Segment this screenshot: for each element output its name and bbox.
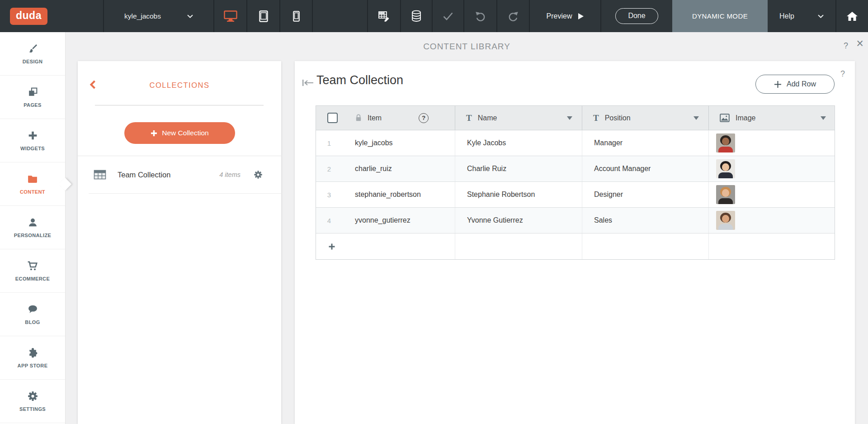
sidebar-label: CONTENT <box>20 189 45 195</box>
chat-bubble-icon <box>27 304 38 315</box>
plus-icon <box>27 130 38 141</box>
home-button[interactable] <box>835 0 868 32</box>
add-row-plus-cell[interactable] <box>316 233 455 259</box>
dynamic-mode-label: DYNAMIC MODE <box>692 12 748 20</box>
image-cell[interactable] <box>709 208 835 233</box>
table-collection-icon <box>94 169 106 180</box>
name-cell[interactable]: Stephanie Robertson <box>455 182 582 207</box>
image-cell[interactable] <box>709 130 835 156</box>
sidebar-item-ecommerce[interactable]: ECOMMERCE <box>0 249 65 293</box>
sidebar-item-app-store[interactable]: APP STORE <box>0 336 65 380</box>
library-help-icon[interactable]: ? <box>844 41 848 51</box>
column-menu-arrow-icon[interactable] <box>821 116 826 120</box>
sidebar-label: SETTINGS <box>19 406 46 412</box>
column-menu-arrow-icon[interactable] <box>693 116 699 120</box>
database-icon <box>411 10 422 22</box>
position-cell[interactable]: Sales <box>582 208 709 233</box>
data-sources-button[interactable] <box>400 0 432 32</box>
position-cell[interactable]: Designer <box>582 182 709 207</box>
sidebar-label: DESIGN <box>23 59 43 64</box>
redo-button[interactable] <box>496 0 529 32</box>
mobile-view-button[interactable] <box>279 0 312 32</box>
position-cell[interactable]: Account Manager <box>582 156 709 181</box>
sidebar-label: APP STORE <box>18 363 48 368</box>
image-cell[interactable] <box>709 182 835 207</box>
new-collection-button[interactable]: New Collection <box>124 122 235 144</box>
add-row-button[interactable]: Add Row <box>755 75 835 94</box>
done-button[interactable]: Done <box>615 8 658 24</box>
desktop-icon <box>223 10 238 22</box>
empty-cell[interactable] <box>455 233 582 259</box>
tablet-view-button[interactable] <box>246 0 279 32</box>
column-header-image[interactable]: Image <box>709 106 835 130</box>
column-header-position[interactable]: T Position <box>582 106 709 130</box>
item-cell[interactable]: 3 stephanie_robertson <box>316 182 455 207</box>
sidebar-item-design[interactable]: DESIGN <box>0 32 65 76</box>
content-library-button[interactable] <box>367 0 400 32</box>
site-name-label: kyle_jacobs <box>124 12 161 20</box>
image-cell[interactable] <box>709 156 835 181</box>
empty-cell[interactable] <box>709 233 835 259</box>
name-cell[interactable]: Kyle Jacobs <box>455 130 582 156</box>
collection-help-icon[interactable]: ? <box>840 69 845 79</box>
item-cell[interactable]: 1 kyle_jacobs <box>316 130 455 156</box>
item-value: yvonne_gutierrez <box>355 216 410 224</box>
column-header-item[interactable]: Item ? <box>316 106 455 130</box>
table-row: 1 kyle_jacobs Kyle Jacobs Manager <box>316 130 835 156</box>
play-icon <box>578 13 584 19</box>
collections-panel: COLLECTIONS New Collection Team Collecti… <box>78 61 281 424</box>
column-label: Name <box>478 114 497 122</box>
library-close-icon[interactable]: × <box>856 38 863 50</box>
sidebar-item-content[interactable]: CONTENT <box>0 162 65 206</box>
empty-cell[interactable] <box>582 233 709 259</box>
check-icon <box>443 12 453 21</box>
item-cell[interactable]: 4 yvonne_gutierrez <box>316 208 455 233</box>
desktop-view-button[interactable] <box>213 0 246 32</box>
chevron-down-icon <box>818 14 824 18</box>
row-number: 2 <box>316 165 342 173</box>
item-value: stephanie_robertson <box>355 191 421 199</box>
sidebar-item-blog[interactable]: BLOG <box>0 293 65 336</box>
undo-button[interactable] <box>463 0 496 32</box>
avatar-image <box>716 211 735 230</box>
sidebar-label: BLOG <box>25 319 40 325</box>
plus-icon <box>151 130 157 137</box>
item-cell[interactable]: 2 charlie_ruiz <box>316 156 455 181</box>
person-icon <box>27 217 38 228</box>
sidebar-item-pages[interactable]: PAGES <box>0 76 65 119</box>
image-type-icon <box>720 114 730 122</box>
select-all-checkbox[interactable] <box>327 113 338 123</box>
name-cell[interactable]: Charlie Ruiz <box>455 156 582 181</box>
collection-title: Team Collection <box>316 73 403 87</box>
name-cell[interactable]: Yvonne Gutierrez <box>455 208 582 233</box>
avatar-image <box>716 133 735 152</box>
collection-settings-gear-icon[interactable] <box>253 170 263 180</box>
duda-logo-text: duda <box>10 8 47 25</box>
item-help-icon[interactable]: ? <box>419 113 429 123</box>
divider <box>95 105 264 105</box>
table-row: 3 stephanie_robertson Stephanie Robertso… <box>316 182 835 208</box>
column-menu-arrow-icon[interactable] <box>567 116 572 120</box>
site-name-dropdown[interactable]: kyle_jacobs <box>103 0 213 32</box>
sidebar-label: WIDGETS <box>20 146 45 151</box>
collection-list-item[interactable]: Team Collection 4 items <box>78 156 281 193</box>
collapse-panel-icon[interactable] <box>302 79 314 88</box>
chevron-down-icon <box>187 14 193 18</box>
top-bar: duda kyle_jacobs <box>0 0 868 32</box>
position-cell[interactable]: Manager <box>582 130 709 156</box>
sidebar-label: ECOMMERCE <box>15 276 50 281</box>
tablet-icon <box>259 10 268 22</box>
plus-icon <box>328 243 335 250</box>
preview-button[interactable]: Preview <box>529 0 600 32</box>
redo-icon <box>507 10 519 22</box>
help-dropdown[interactable]: Help <box>768 0 835 32</box>
item-value: kyle_jacobs <box>355 139 393 147</box>
sidebar-item-settings[interactable]: SETTINGS <box>0 380 65 423</box>
save-confirm-button[interactable] <box>432 0 463 32</box>
sidebar-item-widgets[interactable]: WIDGETS <box>0 119 65 162</box>
avatar-image <box>716 185 735 204</box>
left-sidebar: DESIGN PAGES WIDGETS CONTENT <box>0 32 66 424</box>
sidebar-item-personalize[interactable]: PERSONALIZE <box>0 206 65 249</box>
column-header-name[interactable]: T Name <box>455 106 582 130</box>
dynamic-mode-button[interactable]: DYNAMIC MODE <box>672 0 768 32</box>
